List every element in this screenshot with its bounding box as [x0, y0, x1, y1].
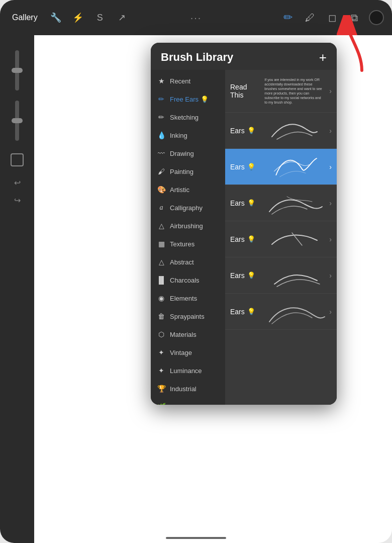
sidebar-item-spraypaints[interactable]: 🗑 Spraypaints: [151, 307, 225, 325]
inking-icon: 💧: [157, 131, 166, 140]
sidebar-item-artistic[interactable]: 🎨 Artistic: [151, 180, 225, 199]
layers-tool-icon[interactable]: ⧉: [347, 10, 362, 25]
panel-header: Brush Library +: [151, 43, 337, 70]
brush-preview-read-this: If you are interested in my work OR acci…: [262, 77, 327, 105]
brush-item-ears-3[interactable]: Ears 💡 ›: [225, 185, 337, 221]
sidebar-item-industrial[interactable]: 🏆 Industrial: [151, 380, 225, 398]
three-dots[interactable]: ···: [190, 12, 202, 24]
free-ears-icon: ✏: [157, 95, 166, 104]
sidebar-item-recent[interactable]: ★ Recent: [151, 72, 225, 90]
sidebar-item-drawing[interactable]: 〰 Drawing: [151, 144, 225, 162]
organic-icon: 🌿: [157, 402, 166, 405]
cat-label-elements: Elements: [170, 295, 197, 302]
gallery-button[interactable]: Gallery: [8, 11, 42, 24]
vintage-icon: ✦: [157, 348, 166, 357]
cat-label-industrial: Industrial: [170, 385, 197, 393]
panel-body: ★ Recent ✏ Free Ears 💡 ✏ Sketching 💧 Ink…: [151, 70, 337, 405]
brush-chevron-ears-5: ›: [329, 272, 332, 280]
size-slider-thumb: [12, 118, 23, 123]
home-indicator: [166, 537, 226, 539]
brush-name-read-this: Read This: [230, 83, 262, 99]
transform-icon[interactable]: ↗: [114, 10, 130, 26]
recent-icon: ★: [157, 76, 166, 85]
brush-name-ears-4: Ears 💡: [230, 235, 262, 243]
cat-label-recent: Recent: [170, 77, 190, 85]
sidebar-item-abstract[interactable]: △ Abstract: [151, 253, 225, 271]
brush-item-ears-5-content: Ears 💡: [230, 272, 262, 280]
selection-icon[interactable]: S: [92, 10, 108, 26]
sidebar-item-organic[interactable]: 🌿 Organic: [151, 398, 225, 405]
brush-item-ears-2[interactable]: Ears 💡 ›: [225, 149, 337, 185]
sidebar-item-elements[interactable]: ◉ Elements: [151, 289, 225, 307]
brush-preview-ears-2: [262, 153, 327, 180]
brush-tool-icon[interactable]: 🖊: [303, 10, 318, 25]
toolbar-right: ✏ 🖊 ◻ ⧉: [280, 10, 384, 25]
sidebar-item-materials[interactable]: ⬡ Materials: [151, 325, 225, 343]
sidebar-item-calligraphy[interactable]: a Calligraphy: [151, 199, 225, 217]
category-list: ★ Recent ✏ Free Ears 💡 ✏ Sketching 💧 Ink…: [151, 70, 225, 405]
charcoals-icon: ▐▌: [157, 276, 166, 285]
size-slider[interactable]: [15, 101, 19, 141]
elements-icon: ◉: [157, 294, 166, 303]
cat-label-inking: Inking: [170, 132, 187, 139]
drawing-icon: 〰: [157, 149, 166, 158]
airbrushing-icon: △: [157, 221, 166, 230]
brush-preview-ears-4: [262, 225, 327, 253]
cat-label-vintage: Vintage: [170, 349, 192, 356]
brush-chevron-ears-6: ›: [329, 308, 332, 316]
add-brush-button[interactable]: +: [319, 51, 327, 64]
materials-icon: ⬡: [157, 330, 166, 339]
brush-item-ears-5[interactable]: Ears 💡 ›: [225, 257, 337, 294]
brush-item-ears-1[interactable]: Ears 💡 ›: [225, 113, 337, 149]
brush-name-ears-3: Ears 💡: [230, 199, 262, 207]
sidebar-item-painting[interactable]: 🖌 Painting: [151, 162, 225, 180]
toolbar-center: ···: [190, 12, 202, 24]
wrench-icon[interactable]: 🔧: [48, 10, 64, 26]
sidebar-item-vintage[interactable]: ✦ Vintage: [151, 343, 225, 361]
cat-label-textures: Textures: [170, 240, 194, 248]
color-picker[interactable]: [369, 10, 384, 25]
brush-item-read-this[interactable]: Read This If you are interested in my wo…: [225, 70, 337, 113]
toolbar-left: Gallery 🔧 ⚡ S ↗: [8, 10, 130, 26]
ipad-frame: Gallery 🔧 ⚡ S ↗ ··· ✏ 🖊 ◻ ⧉ ↩ ↪: [0, 0, 392, 543]
sidebar-item-airbrushing[interactable]: △ Airbrushing: [151, 217, 225, 235]
sidebar-item-sketching[interactable]: ✏ Sketching: [151, 108, 225, 126]
brush-preview-ears-6: [262, 298, 327, 325]
brush-item-ears-6[interactable]: Ears 💡 ›: [225, 294, 337, 330]
abstract-icon: △: [157, 257, 166, 266]
sidebar-item-textures[interactable]: ▦ Textures: [151, 235, 225, 253]
brush-name-ears-2: Ears 💡: [230, 163, 262, 171]
redo-button[interactable]: ↪: [14, 196, 21, 205]
brush-item-ears-4-content: Ears 💡: [230, 235, 262, 243]
cat-label-free-ears: Free Ears 💡: [170, 96, 209, 103]
eraser-tool-icon[interactable]: ◻: [325, 10, 340, 25]
brush-chevron-read-this: ›: [329, 87, 332, 95]
sidebar-item-charcoals[interactable]: ▐▌ Charcoals: [151, 271, 225, 289]
cat-label-abstract: Abstract: [170, 258, 194, 266]
brush-preview-ears-3: [262, 189, 327, 217]
sidebar-item-free-ears[interactable]: ✏ Free Ears 💡: [151, 90, 225, 108]
sketching-icon: ✏: [157, 113, 166, 122]
brush-preview-ears-5: [262, 261, 327, 289]
brush-item-ears-6-content: Ears 💡: [230, 308, 262, 316]
brush-chevron-ears-4: ›: [329, 235, 332, 243]
modifier-square[interactable]: [11, 153, 24, 166]
cat-label-spraypaints: Spraypaints: [170, 313, 205, 320]
brush-chevron-ears-3: ›: [329, 199, 332, 207]
sidebar-item-luminance[interactable]: ✦ Luminance: [151, 361, 225, 380]
brush-library-panel: Brush Library + ★ Recent ✏ Free Ears 💡 ✏: [151, 43, 337, 405]
cat-label-painting: Painting: [170, 168, 193, 175]
undo-button[interactable]: ↩: [14, 178, 21, 188]
cat-label-organic: Organic: [170, 403, 193, 405]
brush-name-ears-1: Ears 💡: [230, 127, 262, 135]
brush-name-ears-5: Ears 💡: [230, 272, 262, 280]
artistic-icon: 🎨: [157, 185, 166, 194]
sidebar-item-inking[interactable]: 💧 Inking: [151, 126, 225, 144]
pencil-tool-icon[interactable]: ✏: [280, 10, 296, 25]
opacity-slider[interactable]: [15, 50, 19, 90]
top-toolbar: Gallery 🔧 ⚡ S ↗ ··· ✏ 🖊 ◻ ⧉: [0, 0, 392, 35]
magic-icon[interactable]: ⚡: [70, 10, 86, 26]
cat-label-artistic: Artistic: [170, 186, 189, 194]
read-this-text: If you are interested in my work OR acci…: [264, 77, 325, 105]
brush-item-ears-4[interactable]: Ears 💡 ›: [225, 221, 337, 257]
